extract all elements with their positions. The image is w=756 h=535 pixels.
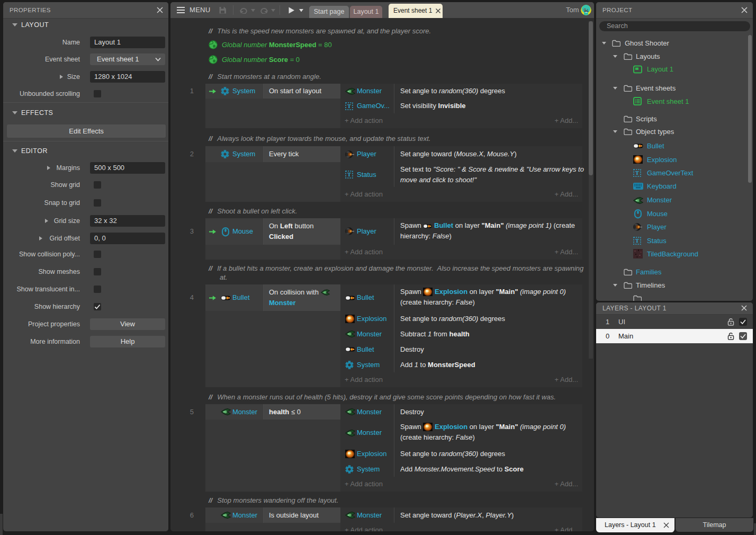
svg-text:T: T: [635, 170, 639, 176]
svg-text:T: T: [635, 238, 639, 244]
svg-text:T: T: [347, 172, 351, 177]
svg-text:T: T: [347, 103, 351, 109]
